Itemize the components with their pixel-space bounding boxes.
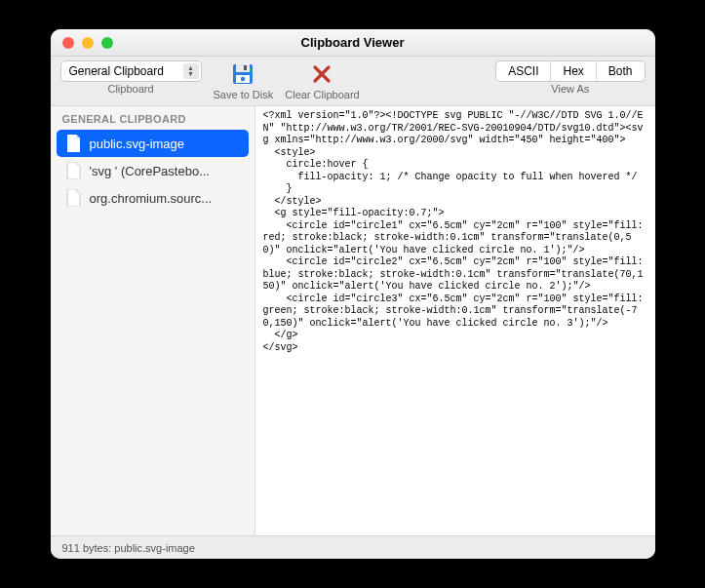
sidebar: GENERAL CLIPBOARD public.svg-image 'svg … xyxy=(51,106,255,535)
x-icon xyxy=(310,62,333,86)
svg-point-4 xyxy=(241,77,245,81)
clipboard-selector-value: General Clipboard xyxy=(69,64,164,78)
minimize-button[interactable] xyxy=(82,37,94,49)
clipboard-selector-group: General Clipboard ▲▼ Clipboard xyxy=(60,60,202,95)
content-detail[interactable]: <?xml version="1.0"?><!DOCTYPE svg PUBLI… xyxy=(255,106,655,535)
content-split: GENERAL CLIPBOARD public.svg-image 'svg … xyxy=(51,105,655,535)
sidebar-item-label: org.chromium.sourc... xyxy=(90,191,239,206)
status-text: 911 bytes: public.svg-image xyxy=(62,542,195,554)
app-window: Clipboard Viewer General Clipboard ▲▼ Cl… xyxy=(51,29,655,559)
save-to-disk-group: Save to Disk xyxy=(214,60,274,100)
traffic-lights xyxy=(51,37,113,49)
clipboard-selector-label: Clipboard xyxy=(107,83,153,95)
sidebar-item-label: 'svg ' (CorePastebo... xyxy=(90,164,239,178)
view-as-label: View As xyxy=(551,83,589,95)
close-button[interactable] xyxy=(62,37,74,49)
view-as-segmented: ASCII Hex Both xyxy=(495,60,645,82)
clear-clipboard-group: Clear Clipboard xyxy=(285,60,359,100)
view-as-both[interactable]: Both xyxy=(597,61,645,81)
zoom-button[interactable] xyxy=(101,37,113,49)
sidebar-item-svg-corepasteboard[interactable]: 'svg ' (CorePastebo... xyxy=(57,157,249,184)
save-to-disk-button[interactable] xyxy=(229,60,256,88)
clipboard-selector[interactable]: General Clipboard ▲▼ xyxy=(60,60,202,82)
svg-rect-2 xyxy=(244,65,247,70)
floppy-disk-icon xyxy=(230,61,255,87)
chevron-updown-icon: ▲▼ xyxy=(183,63,199,79)
save-to-disk-label: Save to Disk xyxy=(214,89,274,100)
clear-clipboard-button[interactable] xyxy=(308,60,335,88)
toolbar: General Clipboard ▲▼ Clipboard Save to D… xyxy=(51,57,655,105)
sidebar-item-public-svg-image[interactable]: public.svg-image xyxy=(57,130,249,157)
document-icon xyxy=(66,135,82,152)
view-as-group: ASCII Hex Both View As xyxy=(495,60,645,95)
document-icon xyxy=(66,189,82,207)
window-title: Clipboard Viewer xyxy=(51,35,655,50)
statusbar: 911 bytes: public.svg-image xyxy=(51,535,655,559)
svg-rect-1 xyxy=(236,64,250,72)
view-as-ascii[interactable]: ASCII xyxy=(496,61,551,81)
document-icon xyxy=(66,162,82,179)
sidebar-item-org-chromium-source[interactable]: org.chromium.sourc... xyxy=(57,184,249,212)
clear-clipboard-label: Clear Clipboard xyxy=(285,89,359,100)
sidebar-header: GENERAL CLIPBOARD xyxy=(51,106,255,130)
titlebar[interactable]: Clipboard Viewer xyxy=(51,29,655,57)
view-as-hex[interactable]: Hex xyxy=(551,61,596,81)
sidebar-item-label: public.svg-image xyxy=(90,137,239,151)
